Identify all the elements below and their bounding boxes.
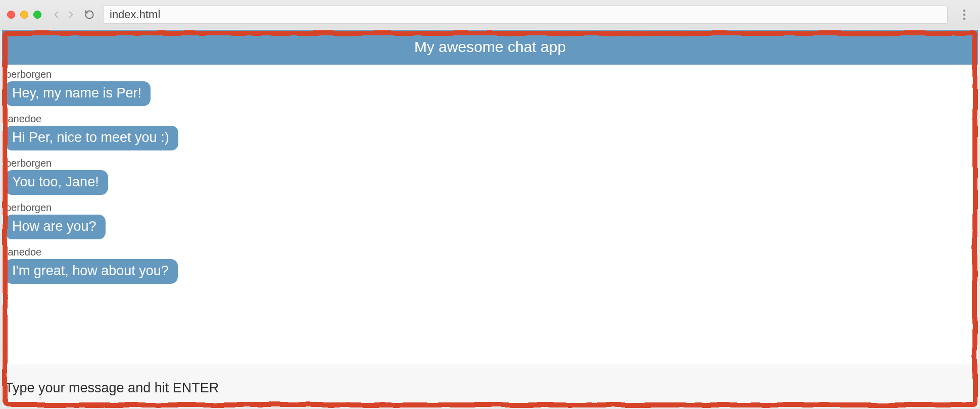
traffic-lights — [7, 11, 41, 19]
message: janedoe Hi Per, nice to meet you :) — [5, 113, 178, 150]
message-username: perborgen — [5, 202, 52, 214]
browser-chrome: index.html — [0, 0, 980, 29]
reload-button[interactable] — [84, 9, 95, 20]
svg-point-2 — [963, 17, 965, 19]
message: perborgen You too, Jane! — [5, 158, 108, 195]
input-area — [2, 365, 978, 407]
address-text: index.html — [110, 8, 160, 21]
message-bubble: You too, Jane! — [5, 170, 108, 195]
message-bubble: Hey, my name is Per! — [5, 81, 151, 106]
back-button[interactable] — [51, 9, 63, 21]
svg-point-1 — [963, 13, 965, 15]
svg-point-0 — [963, 9, 965, 11]
message-bubble: Hi Per, nice to meet you :) — [5, 126, 178, 150]
message-username: perborgen — [5, 158, 52, 169]
message-bubble: How are you? — [5, 215, 106, 239]
forward-button[interactable] — [65, 9, 77, 21]
message-input[interactable] — [5, 380, 975, 396]
message-username: janedoe — [5, 113, 41, 125]
app-header: My awesome chat app — [2, 30, 978, 65]
close-window-button[interactable] — [7, 11, 15, 19]
nav-arrows — [51, 9, 77, 21]
app-title: My awesome chat app — [414, 38, 566, 55]
arrow-right-icon — [66, 10, 76, 20]
app-wrapper: My awesome chat app perborgen Hey, my na… — [2, 30, 978, 407]
address-bar[interactable]: index.html — [103, 6, 948, 24]
minimize-window-button[interactable] — [20, 11, 28, 19]
more-menu-button[interactable] — [956, 6, 973, 23]
kebab-icon — [963, 9, 966, 20]
reload-icon — [84, 10, 94, 20]
message: perborgen How are you? — [5, 202, 106, 239]
messages-list: perborgen Hey, my name is Per! janedoe H… — [2, 65, 978, 293]
maximize-window-button[interactable] — [33, 11, 41, 19]
message-bubble: I'm great, how about you? — [5, 259, 178, 284]
message: perborgen Hey, my name is Per! — [5, 69, 151, 106]
arrow-left-icon — [52, 10, 62, 20]
message-username: janedoe — [5, 246, 41, 258]
message-username: perborgen — [5, 69, 52, 80]
message: janedoe I'm great, how about you? — [5, 246, 178, 284]
